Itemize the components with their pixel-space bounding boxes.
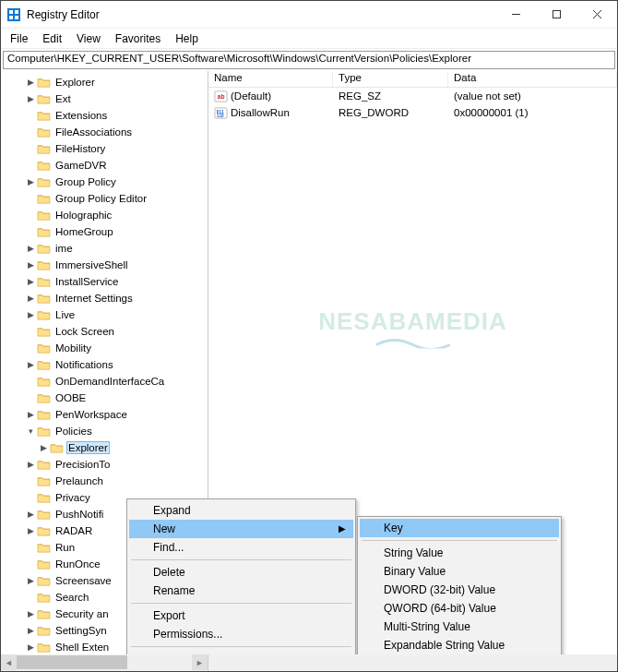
expand-arrow-icon[interactable]: ▶ [25, 510, 36, 519]
tree-item-explorer[interactable]: ▶Explorer [18, 74, 208, 90]
expand-arrow-icon[interactable]: ▶ [25, 410, 36, 419]
ctx-item-new[interactable]: New▶ [129, 520, 353, 538]
registry-value-row[interactable]: ab(Default)REG_SZ(value not set) [208, 88, 617, 104]
tree-item-gamedvr[interactable]: GameDVR [18, 157, 208, 174]
menu-favorites[interactable]: Favorites [108, 30, 168, 47]
list-header[interactable]: Name Type Data [208, 71, 617, 88]
tree-item-internet-settings[interactable]: ▶Internet Settings [18, 290, 208, 306]
address-bar[interactable]: Computer\HKEY_CURRENT_USER\Software\Micr… [3, 51, 615, 69]
expand-arrow-icon[interactable] [25, 210, 36, 220]
tree-item-notifications[interactable]: ▶Notifications [18, 356, 208, 373]
menu-file[interactable]: File [3, 30, 35, 47]
tree-item-penworkspace[interactable]: ▶PenWorkspace [18, 406, 208, 423]
expand-arrow-icon[interactable] [25, 543, 36, 552]
expand-arrow-icon[interactable]: ▶ [25, 310, 36, 319]
expand-arrow-icon[interactable] [25, 227, 36, 236]
ctx-new-multi-string-value[interactable]: Multi-String Value [360, 618, 559, 636]
ctx-new-dword-32-bit-value[interactable]: DWORD (32-bit) Value [360, 581, 559, 599]
folder-icon [37, 542, 51, 554]
column-header-name[interactable]: Name [208, 71, 333, 87]
tree-item-fileassociations[interactable]: FileAssociations [18, 124, 208, 140]
tree-item-explorer[interactable]: ▶Explorer [18, 439, 208, 456]
tree-item-installservice[interactable]: ▶InstallService [18, 273, 208, 290]
svg-rect-1 [9, 10, 13, 14]
expand-arrow-icon[interactable] [25, 194, 36, 203]
expand-arrow-icon[interactable]: ▶ [25, 294, 36, 303]
tree-item-precisionto[interactable]: ▶PrecisionTo [18, 456, 208, 473]
expand-arrow-icon[interactable] [25, 377, 36, 386]
tree-item-mobility[interactable]: Mobility [18, 340, 208, 356]
menu-view[interactable]: View [69, 30, 108, 47]
expand-arrow-icon[interactable] [25, 144, 36, 153]
tree-item-extensions[interactable]: Extensions [18, 107, 208, 124]
minimize-button[interactable] [495, 1, 536, 29]
expand-arrow-icon[interactable] [25, 493, 36, 502]
tree-item-policies[interactable]: ▾Policies [18, 423, 208, 439]
window-controls [495, 1, 617, 29]
tree-item-homegroup[interactable]: HomeGroup [18, 223, 208, 240]
menu-edit[interactable]: Edit [35, 30, 69, 47]
tree-item-group-policy[interactable]: ▶Group Policy [18, 174, 208, 190]
tree-item-label: Shell Exten [53, 642, 111, 653]
maximize-button[interactable] [536, 1, 576, 29]
expand-arrow-icon[interactable] [25, 393, 36, 402]
tree-item-ext[interactable]: ▶Ext [18, 90, 208, 107]
expand-arrow-icon[interactable]: ▶ [25, 277, 36, 286]
scroll-thumb-left[interactable] [17, 655, 127, 669]
ctx-item-rename[interactable]: Rename [129, 582, 353, 600]
expand-arrow-icon[interactable]: ▶ [25, 642, 36, 652]
tree-item-oobe[interactable]: OOBE [18, 390, 208, 406]
tree-item-prelaunch[interactable]: Prelaunch [18, 473, 208, 489]
expand-arrow-icon[interactable]: ▶ [25, 260, 36, 270]
folder-icon [37, 392, 51, 404]
expand-arrow-icon[interactable]: ▶ [38, 443, 49, 452]
ctx-new-qword-64-bit-value[interactable]: QWORD (64-bit) Value [360, 599, 559, 618]
tree-item-holographic[interactable]: Holographic [18, 207, 208, 223]
ctx-new-key[interactable]: Key [360, 519, 559, 537]
tree-item-label: SettingSyn [53, 625, 109, 636]
ctx-new-expandable-string-value[interactable]: Expandable String Value [360, 636, 559, 654]
close-button[interactable] [576, 1, 617, 29]
expand-arrow-icon[interactable]: ▶ [25, 360, 36, 369]
expand-arrow-icon[interactable]: ▶ [25, 94, 36, 103]
expand-arrow-icon[interactable] [25, 593, 36, 602]
svg-rect-4 [15, 16, 18, 19]
tree-item-lock-screen[interactable]: Lock Screen [18, 323, 208, 340]
expand-arrow-icon[interactable]: ▶ [25, 526, 36, 535]
folder-icon [37, 160, 51, 172]
expand-arrow-icon[interactable]: ▶ [25, 244, 36, 253]
tree-item-ime[interactable]: ▶ime [18, 240, 208, 257]
ctx-item-export[interactable]: Export [129, 606, 353, 625]
ctx-new-binary-value[interactable]: Binary Value [360, 562, 559, 581]
expand-arrow-icon[interactable]: ▶ [25, 626, 36, 635]
expand-arrow-icon[interactable]: ▶ [25, 177, 36, 186]
expand-arrow-icon[interactable]: ▶ [25, 78, 36, 87]
expand-arrow-icon[interactable]: ▶ [25, 460, 36, 469]
expand-arrow-icon[interactable] [25, 161, 36, 170]
expand-arrow-icon[interactable] [25, 343, 36, 353]
scroll-left-button[interactable]: ◄ [1, 654, 17, 670]
column-header-data[interactable]: Data [448, 71, 617, 87]
tree-item-live[interactable]: ▶Live [18, 306, 208, 323]
tree-item-group-policy-editor[interactable]: Group Policy Editor [18, 190, 208, 207]
ctx-item-expand[interactable]: Expand [129, 501, 353, 520]
expand-arrow-icon[interactable] [25, 127, 36, 137]
expand-arrow-icon[interactable]: ▶ [25, 576, 36, 585]
tree-item-ondemandinterfaceca[interactable]: OnDemandInterfaceCa [18, 373, 208, 390]
tree-item-filehistory[interactable]: FileHistory [18, 140, 208, 157]
menu-help[interactable]: Help [168, 30, 206, 47]
ctx-new-string-value[interactable]: String Value [360, 544, 559, 562]
expand-arrow-icon[interactable] [25, 559, 36, 569]
expand-arrow-icon[interactable]: ▾ [25, 426, 36, 436]
registry-value-row[interactable]: 011110DisallowRunREG_DWORD0x00000001 (1) [208, 104, 617, 121]
expand-arrow-icon[interactable]: ▶ [25, 609, 36, 618]
scroll-right-button[interactable]: ► [192, 654, 208, 670]
ctx-item-permissions-[interactable]: Permissions... [129, 625, 353, 643]
ctx-item-delete[interactable]: Delete [129, 563, 353, 582]
expand-arrow-icon[interactable] [25, 111, 36, 120]
ctx-item-find-[interactable]: Find... [129, 538, 353, 557]
column-header-type[interactable]: Type [333, 71, 448, 87]
tree-item-immersiveshell[interactable]: ▶ImmersiveShell [18, 257, 208, 273]
expand-arrow-icon[interactable] [25, 327, 36, 336]
expand-arrow-icon[interactable] [25, 476, 36, 486]
